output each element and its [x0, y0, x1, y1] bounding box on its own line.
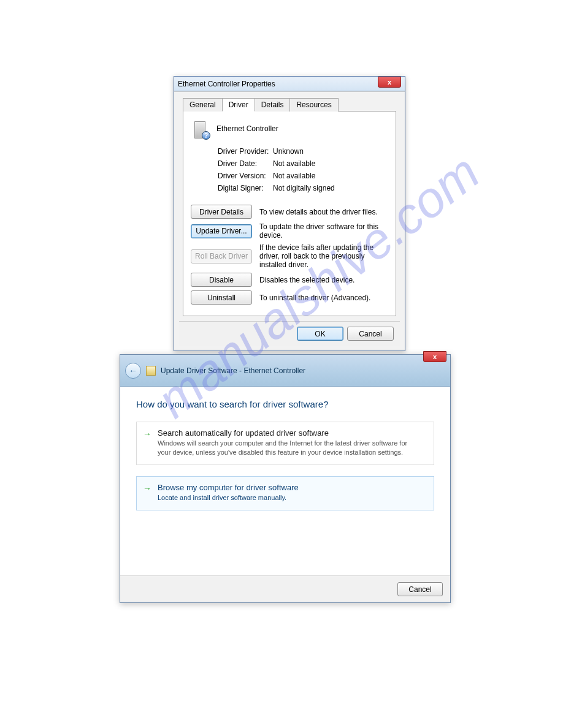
- cancel-button[interactable]: Cancel: [397, 582, 443, 596]
- wizard-title: Update Driver Software - Ethernet Contro…: [161, 366, 305, 375]
- uninstall-button[interactable]: Uninstall: [191, 290, 252, 305]
- tab-details[interactable]: Details: [255, 98, 291, 112]
- wizard-footer: Cancel: [120, 575, 450, 602]
- disable-button[interactable]: Disable: [191, 273, 252, 287]
- titlebar[interactable]: Ethernet Controller Properties x: [174, 77, 405, 91]
- option-search-automatically[interactable]: → Search automatically for updated drive…: [136, 422, 434, 465]
- update-driver-desc: To update the driver software for this d…: [259, 222, 388, 240]
- device-header: ? Ethernet Controller: [191, 119, 388, 138]
- wizard-icon: [146, 366, 156, 376]
- wizard-heading: How do you want to search for driver sof…: [136, 399, 434, 409]
- signer-label: Digital Signer:: [218, 184, 273, 192]
- driver-info: Driver Provider:Unknown Driver Date:Not …: [218, 147, 388, 192]
- option-title: Search automatically for updated driver …: [158, 428, 426, 438]
- tab-general[interactable]: General: [183, 98, 223, 112]
- provider-label: Driver Provider:: [218, 147, 273, 156]
- wizard-body: How do you want to search for driver sof…: [120, 387, 450, 534]
- update-driver-wizard: ← Update Driver Software - Ethernet Cont…: [120, 354, 451, 603]
- arrow-right-icon: →: [143, 430, 151, 438]
- date-label: Driver Date:: [218, 159, 273, 168]
- device-name: Ethernet Controller: [216, 124, 278, 133]
- tab-driver[interactable]: Driver: [222, 98, 255, 112]
- device-icon: ?: [191, 119, 210, 138]
- roll-back-desc: If the device fails after updating the d…: [259, 243, 388, 269]
- driver-tab-panel: ? Ethernet Controller Driver Provider:Un…: [183, 111, 396, 316]
- cancel-button[interactable]: Cancel: [347, 327, 394, 341]
- tab-resources[interactable]: Resources: [289, 98, 338, 112]
- wizard-titlebar[interactable]: ← Update Driver Software - Ethernet Cont…: [120, 355, 450, 387]
- driver-details-button[interactable]: Driver Details: [191, 205, 252, 219]
- roll-back-driver-button: Roll Back Driver: [191, 249, 252, 264]
- close-button[interactable]: x: [378, 77, 401, 88]
- option-subtitle: Locate and install driver software manua…: [158, 493, 415, 502]
- close-icon: x: [433, 353, 437, 360]
- uninstall-desc: To uninstall the driver (Advanced).: [259, 294, 388, 302]
- close-button[interactable]: x: [423, 351, 446, 362]
- properties-dialog: Ethernet Controller Properties x General…: [174, 76, 405, 351]
- close-icon: x: [388, 78, 391, 86]
- window-title: Ethernet Controller Properties: [178, 80, 275, 88]
- option-title: Browse my computer for driver software: [158, 483, 426, 492]
- tab-strip: General Driver Details Resources: [183, 98, 396, 112]
- option-browse-computer[interactable]: → Browse my computer for driver software…: [136, 476, 434, 510]
- date-value: Not available: [273, 159, 315, 168]
- dialog-body: General Driver Details Resources ? Ether…: [174, 91, 405, 351]
- version-label: Driver Version:: [218, 172, 273, 180]
- back-arrow-icon: ←: [129, 366, 137, 376]
- disable-desc: Disables the selected device.: [259, 276, 388, 284]
- option-subtitle: Windows will search your computer and th…: [158, 439, 415, 457]
- provider-value: Unknown: [273, 147, 304, 156]
- driver-details-desc: To view details about the driver files.: [259, 208, 388, 216]
- signer-value: Not digitally signed: [273, 184, 335, 192]
- arrow-right-icon: →: [143, 484, 151, 493]
- version-value: Not available: [273, 172, 315, 180]
- update-driver-button[interactable]: Update Driver...: [191, 224, 252, 238]
- ok-button[interactable]: OK: [297, 327, 343, 341]
- dialog-footer: OK Cancel: [179, 321, 400, 346]
- back-button[interactable]: ←: [125, 363, 141, 379]
